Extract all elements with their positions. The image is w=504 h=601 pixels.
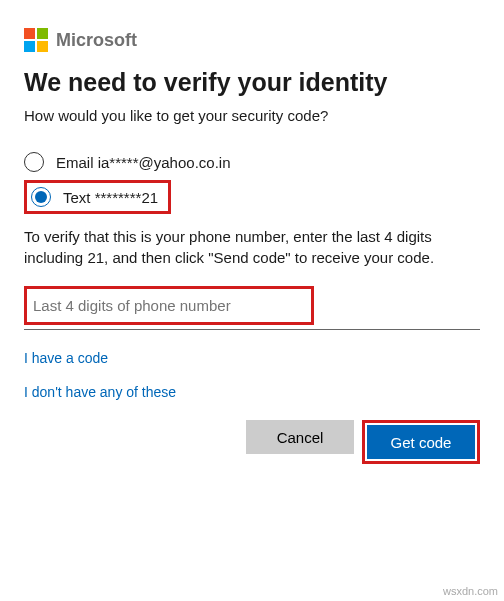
option-text[interactable]: Text ********21 — [27, 183, 168, 211]
highlight-annotation — [24, 286, 314, 325]
highlight-annotation: Text ********21 — [24, 180, 171, 214]
page-subtitle: How would you like to get your security … — [24, 107, 480, 124]
watermark: wsxdn.com — [443, 585, 498, 597]
get-code-button[interactable]: Get code — [367, 425, 475, 459]
brand-header: Microsoft — [24, 28, 480, 52]
phone-last4-input[interactable] — [27, 289, 311, 322]
microsoft-logo-icon — [24, 28, 48, 52]
action-bar: Cancel Get code — [24, 420, 480, 464]
verification-options: Email ia*****@yahoo.co.in Text ********2… — [24, 144, 480, 214]
highlight-annotation: Get code — [362, 420, 480, 464]
input-underline — [24, 329, 480, 330]
radio-icon — [24, 152, 44, 172]
instruction-text: To verify that this is your phone number… — [24, 226, 480, 268]
cancel-button[interactable]: Cancel — [246, 420, 354, 454]
option-text-label: Text ********21 — [63, 189, 158, 206]
brand-name: Microsoft — [56, 30, 137, 51]
page-title: We need to verify your identity — [24, 68, 480, 97]
link-none-of-these[interactable]: I don't have any of these — [24, 384, 480, 400]
link-have-code[interactable]: I have a code — [24, 350, 480, 366]
option-email[interactable]: Email ia*****@yahoo.co.in — [24, 144, 480, 180]
option-email-label: Email ia*****@yahoo.co.in — [56, 154, 231, 171]
radio-icon — [31, 187, 51, 207]
